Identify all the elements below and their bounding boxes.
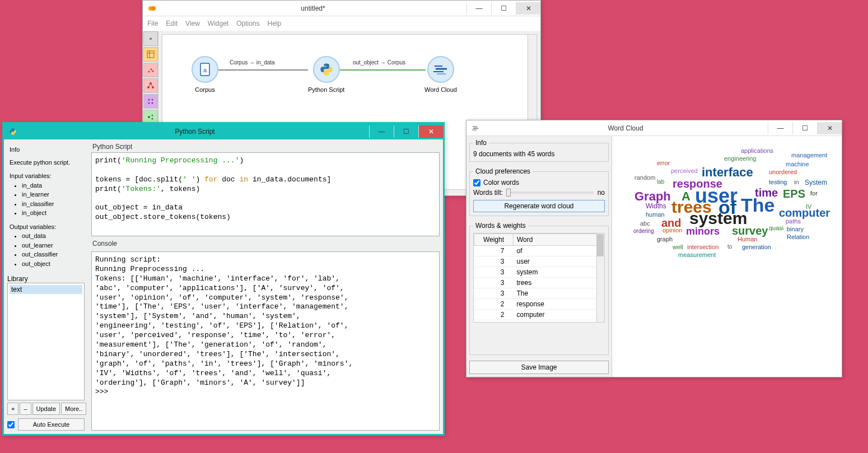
tool-expand[interactable]: »: [143, 31, 158, 46]
cloud-word[interactable]: Relation: [787, 233, 809, 240]
tilt-value: no: [598, 189, 605, 197]
word-cloud-canvas[interactable]: applicationsengineeringmanagementerrorma…: [612, 136, 842, 377]
library-add-button[interactable]: +: [7, 403, 18, 415]
table-row[interactable]: 3trees: [474, 278, 604, 288]
input-var: in_object: [22, 208, 82, 218]
regenerate-button[interactable]: Regenerate word cloud: [473, 200, 605, 212]
menu-view[interactable]: View: [185, 20, 200, 27]
cloud-word[interactable]: generation: [742, 244, 771, 250]
node-python-script[interactable]: Python Script: [308, 56, 344, 93]
code-editor[interactable]: print('Running Preprocessing ...') token…: [91, 152, 440, 236]
library-update-button[interactable]: Update: [32, 403, 60, 415]
library-remove-button[interactable]: –: [20, 403, 31, 415]
svg-point-5: [148, 71, 150, 73]
input-var: in_data: [22, 181, 82, 190]
cloud-word[interactable]: well: [673, 244, 683, 250]
node-corpus-label: Corpus: [195, 86, 214, 93]
node-corpus[interactable]: a Corpus: [192, 56, 218, 93]
cloud-word[interactable]: abc: [640, 220, 650, 227]
cloud-prefs-group: Cloud preferences Color words Words tilt…: [469, 167, 609, 216]
menu-edit[interactable]: Edit: [166, 20, 178, 27]
node-word-cloud[interactable]: Word Cloud: [424, 56, 457, 93]
tool-model[interactable]: [143, 78, 158, 93]
close-button[interactable]: ✕: [516, 2, 540, 15]
cloud-word[interactable]: applications: [741, 147, 773, 154]
edge-script-cloud[interactable]: [336, 69, 426, 71]
maximize-button[interactable]: ☐: [491, 2, 516, 15]
cloud-word[interactable]: paths: [786, 218, 801, 225]
cloud-word[interactable]: in: [794, 179, 799, 185]
cloud-title: Word Cloud: [483, 124, 768, 132]
cloud-left-panel: Info 9 documents with 45 words Cloud pre…: [466, 136, 612, 377]
cloud-word[interactable]: testing: [769, 179, 787, 185]
cloud-word[interactable]: opinion: [662, 227, 682, 233]
cloud-word[interactable]: unordered: [769, 169, 797, 175]
edge-corpus-script[interactable]: [218, 69, 308, 71]
cloud-word[interactable]: graph: [657, 236, 673, 242]
tool-visualize[interactable]: [143, 63, 158, 77]
ww-scrollbar[interactable]: [596, 233, 604, 322]
script-maximize-button[interactable]: ☐: [394, 125, 418, 138]
cloud-minimize-button[interactable]: —: [768, 122, 792, 134]
minimize-button[interactable]: —: [466, 2, 491, 15]
script-close-button[interactable]: ✕: [418, 125, 443, 138]
svg-point-16: [152, 102, 153, 104]
svg-point-6: [151, 69, 152, 71]
tilt-slider[interactable]: [506, 192, 594, 194]
table-row[interactable]: 2computer: [474, 310, 604, 320]
col-weight[interactable]: Weight: [474, 234, 514, 246]
tool-data[interactable]: [143, 47, 158, 62]
cloud-close-button[interactable]: ✕: [817, 122, 842, 134]
cloud-word[interactable]: engineering: [724, 155, 757, 162]
cloud-word[interactable]: Widths: [646, 202, 666, 210]
cloud-word[interactable]: management: [791, 152, 827, 158]
cloud-maximize-button[interactable]: ☐: [792, 122, 817, 134]
cloud-word[interactable]: binary: [787, 226, 804, 232]
script-titlebar[interactable]: Python Script — ☐ ✕: [4, 124, 443, 139]
table-row[interactable]: 2response: [474, 299, 604, 310]
library-more-button[interactable]: More..: [61, 403, 86, 415]
menu-options[interactable]: Options: [236, 20, 259, 27]
ww-table[interactable]: Weight Word 7of3user3system3trees3The2re…: [474, 233, 604, 320]
cloud-word[interactable]: perceived: [671, 167, 698, 174]
cloud-word[interactable]: measurement: [678, 251, 716, 258]
cloud-word[interactable]: for: [810, 190, 818, 197]
script-minimize-button[interactable]: —: [369, 125, 394, 138]
auto-execute-button[interactable]: Auto Execute: [18, 418, 85, 431]
auto-execute-checkbox[interactable]: [7, 421, 15, 428]
cloud-word[interactable]: System: [805, 179, 827, 186]
cloud-word[interactable]: error: [657, 160, 670, 166]
cloud-word[interactable]: lab: [657, 179, 664, 185]
menu-help[interactable]: Help: [268, 20, 282, 27]
svg-text:a: a: [203, 67, 207, 73]
tool-evaluate[interactable]: [143, 94, 158, 109]
svg-line-12: [151, 83, 153, 87]
svg-point-19: [152, 118, 153, 120]
cloud-titlebar[interactable]: Word Cloud — ☐ ✕: [466, 120, 842, 136]
table-row[interactable]: 3user: [474, 256, 604, 267]
color-words-checkbox[interactable]: [473, 179, 480, 186]
main-titlebar[interactable]: untitled* — ☐ ✕: [143, 1, 540, 16]
table-row[interactable]: 7of: [474, 246, 604, 256]
ww-heading: Words & weights: [473, 222, 528, 230]
cloud-word[interactable]: minors: [686, 226, 720, 237]
cloud-word[interactable]: machine: [786, 161, 809, 167]
col-word[interactable]: Word: [514, 234, 604, 246]
cloud-word[interactable]: ordering: [633, 228, 654, 234]
menu-widget[interactable]: Widget: [208, 20, 228, 27]
cloud-info-heading: Info: [473, 139, 489, 147]
cloud-word[interactable]: intersection: [687, 244, 718, 250]
library-item[interactable]: text: [10, 285, 82, 294]
table-row[interactable]: 3The: [474, 288, 604, 299]
menu-file[interactable]: File: [147, 20, 158, 27]
cloud-word[interactable]: quasi: [769, 225, 783, 231]
cloud-word[interactable]: Human: [738, 236, 757, 242]
table-row[interactable]: 3system: [474, 267, 604, 278]
library-list[interactable]: text: [7, 283, 85, 400]
cloud-word[interactable]: random: [634, 174, 655, 181]
cloud-word[interactable]: EPS: [783, 188, 805, 200]
console-output[interactable]: Running script: Running Preprocessing ..…: [91, 251, 440, 431]
cloud-info-group: Info 9 documents with 45 words: [469, 139, 609, 162]
save-image-button[interactable]: Save Image: [469, 361, 609, 374]
cloud-word[interactable]: to: [727, 244, 732, 250]
